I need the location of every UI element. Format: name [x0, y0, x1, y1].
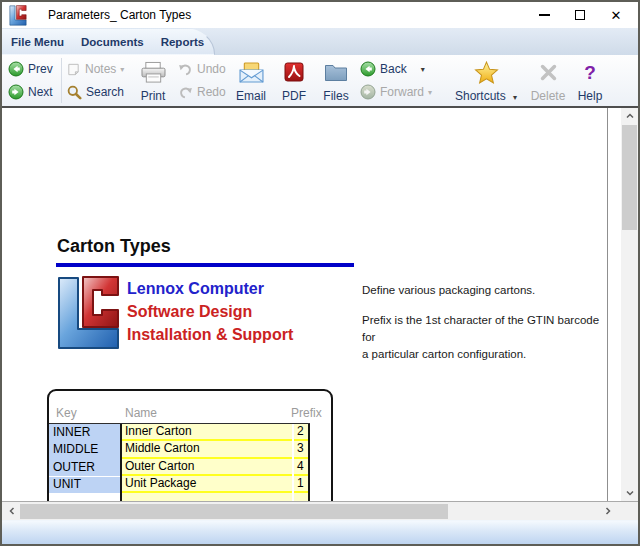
- scroll-up-button[interactable]: [621, 108, 638, 123]
- email-label: Email: [236, 89, 266, 103]
- title-bar: Parameters_ Carton Types ✕: [2, 2, 638, 28]
- question-mark-icon: ?: [584, 55, 596, 89]
- key-cell[interactable]: UNIT: [49, 477, 120, 493]
- envelope-icon: [238, 55, 265, 89]
- vertical-scrollbar[interactable]: [621, 108, 638, 501]
- column-header-prefix: Prefix: [291, 406, 322, 420]
- shortcuts-label: Shortcuts ▾: [455, 89, 517, 103]
- prev-next-group: Prev Next: [6, 55, 58, 106]
- delete-x-icon: [539, 55, 558, 89]
- menu-items: File Menu Documents Reports: [11, 28, 204, 55]
- carton-table: Key Name Prefix INNER MIDDLE OUTER UNIT: [47, 389, 333, 501]
- menu-item-file-menu[interactable]: File Menu: [11, 36, 64, 48]
- column-divider: [308, 424, 310, 501]
- menu-item-documents[interactable]: Documents: [81, 36, 144, 48]
- prev-button[interactable]: Prev: [6, 58, 58, 81]
- search-button[interactable]: Search: [64, 81, 130, 104]
- prev-icon: [8, 61, 24, 77]
- table-grid: INNER MIDDLE OUTER UNIT: [49, 423, 310, 501]
- window-controls: ✕: [526, 2, 634, 28]
- key-cell[interactable]: OUTER: [49, 459, 120, 476]
- scroll-down-button[interactable]: [621, 485, 638, 500]
- key-cell-empty-selected[interactable]: [49, 493, 120, 501]
- scroll-right-button[interactable]: [600, 502, 616, 520]
- minimize-icon: [539, 14, 550, 16]
- forward-icon: [360, 84, 376, 100]
- prefix-cell[interactable]: 2: [294, 424, 308, 441]
- title-underline: [56, 263, 354, 267]
- scroll-left-button[interactable]: [4, 502, 20, 520]
- delete-button[interactable]: Delete: [526, 55, 570, 106]
- pdf-icon: [284, 55, 304, 89]
- shortcuts-button[interactable]: Shortcuts ▾: [446, 55, 526, 106]
- next-button[interactable]: Next: [6, 81, 58, 104]
- logo-text-line1: Lennox Computer: [127, 280, 264, 298]
- maximize-button[interactable]: [562, 2, 598, 28]
- notes-button[interactable]: Notes ▾: [64, 58, 130, 81]
- print-label: Print: [141, 89, 166, 103]
- forward-button[interactable]: Forward ▾: [358, 81, 446, 104]
- prefix-cell-empty[interactable]: [294, 493, 308, 501]
- vertical-scrollbar-thumb[interactable]: [622, 125, 637, 230]
- close-icon: ✕: [611, 9, 622, 22]
- name-cell[interactable]: Inner Carton: [122, 424, 292, 441]
- redo-button[interactable]: Redo: [176, 81, 228, 104]
- key-cell[interactable]: MIDDLE: [49, 441, 120, 458]
- back-label: Back: [380, 62, 407, 76]
- chevron-right-icon: [604, 506, 612, 516]
- name-cell[interactable]: Unit Package: [122, 476, 292, 493]
- prev-label: Prev: [28, 62, 53, 76]
- search-icon: [66, 84, 82, 100]
- shortcuts-caret-icon: ▾: [513, 93, 517, 102]
- files-button[interactable]: Files: [314, 55, 358, 106]
- star-icon: [474, 55, 499, 89]
- horizontal-scrollbar-thumb[interactable]: [20, 504, 448, 519]
- company-logo: [57, 275, 120, 355]
- notes-caret-icon: ▾: [120, 65, 124, 74]
- close-button[interactable]: ✕: [598, 2, 634, 28]
- maximize-icon: [575, 10, 585, 20]
- pdf-label: PDF: [282, 89, 306, 103]
- prefix-column: 2 3 4 1: [294, 424, 308, 501]
- chevron-down-icon: [625, 489, 635, 497]
- prefix-cell[interactable]: 3: [294, 441, 308, 458]
- redo-label: Redo: [197, 85, 226, 99]
- prefix-cell[interactable]: 4: [294, 459, 308, 476]
- note-icon: [66, 62, 81, 77]
- prefix-cell[interactable]: 1: [294, 476, 308, 493]
- next-label: Next: [28, 85, 53, 99]
- name-cell[interactable]: Middle Carton: [122, 441, 292, 458]
- print-button[interactable]: Print: [130, 55, 176, 106]
- column-header-key: Key: [56, 406, 77, 420]
- key-column: INNER MIDDLE OUTER UNIT: [49, 424, 120, 501]
- notes-search-group: Notes ▾ Search: [64, 55, 130, 106]
- page-title: Carton Types: [57, 236, 171, 257]
- app-window: Parameters_ Carton Types ✕ File Menu Doc…: [0, 0, 640, 546]
- horizontal-scrollbar[interactable]: [2, 501, 638, 520]
- next-icon: [8, 84, 24, 100]
- help-button[interactable]: ? Help: [570, 55, 610, 106]
- toolbar-separator: [61, 58, 62, 103]
- key-cell[interactable]: INNER: [49, 424, 120, 441]
- description-para2: Prefix is the 1st character of the GTIN …: [362, 312, 607, 363]
- back-button[interactable]: Back ▾: [358, 58, 446, 81]
- back-caret-icon[interactable]: ▾: [421, 65, 425, 74]
- name-cell[interactable]: Outer Carton: [122, 459, 292, 476]
- email-button[interactable]: Email: [228, 55, 274, 106]
- pdf-button[interactable]: PDF: [274, 55, 314, 106]
- minimize-button[interactable]: [526, 2, 562, 28]
- undo-button[interactable]: Undo: [176, 58, 228, 81]
- chevron-up-icon: [625, 112, 635, 120]
- name-cell-empty[interactable]: [122, 493, 292, 501]
- logo-text-line3: Installation & Support: [127, 326, 293, 344]
- chevron-left-icon: [8, 506, 16, 516]
- folder-icon: [324, 55, 348, 89]
- notes-label: Notes: [85, 62, 116, 76]
- column-header-name: Name: [125, 406, 157, 420]
- undo-redo-group: Undo Redo: [176, 55, 228, 106]
- redo-icon: [178, 85, 193, 100]
- logo-text-line2: Software Design: [127, 303, 252, 321]
- menu-item-reports[interactable]: Reports: [161, 36, 204, 48]
- printer-icon: [140, 55, 167, 89]
- back-forward-group: Back ▾ Forward ▾: [358, 55, 446, 106]
